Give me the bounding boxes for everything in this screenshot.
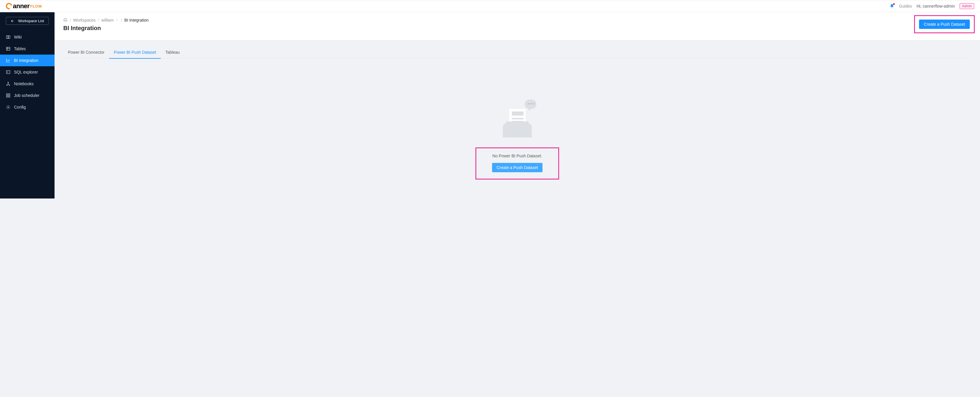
sidebar-item-notebooks[interactable]: Notebooks <box>0 78 54 89</box>
logo-icon <box>5 2 13 11</box>
top-header: annerFlow Guides Hi, cannerflow-admin Ad… <box>0 0 980 12</box>
logo[interactable]: annerFlow <box>6 2 42 10</box>
sidebar-item-config[interactable]: Config <box>0 101 54 113</box>
sidebar-item-bi-integration[interactable]: BI Integration <box>0 54 54 66</box>
sidebar-item-wiki[interactable]: Wiki <box>0 31 54 43</box>
sidebar-item-sql-explorer[interactable]: SQL explorer <box>0 66 54 78</box>
svg-rect-7 <box>6 96 8 97</box>
tab-powerbi-push-dataset[interactable]: Power BI Push Dataset <box>109 46 161 59</box>
chart-line-icon <box>6 58 11 63</box>
arrow-left-icon <box>11 19 14 23</box>
guides-link[interactable]: Guides <box>899 4 912 8</box>
sidebar-item-label: Wiki <box>14 35 22 40</box>
create-push-dataset-button[interactable]: Create a Push Dataset <box>919 19 970 29</box>
sidebar-item-label: Config <box>14 105 25 110</box>
sidebar-item-tables[interactable]: Tables <box>0 43 54 54</box>
grid-icon <box>6 93 11 98</box>
page-title: BI Integration <box>63 25 149 32</box>
logo-text: anner <box>13 2 29 10</box>
sidebar-item-label: SQL explorer <box>14 70 38 75</box>
home-icon[interactable] <box>63 18 67 22</box>
admin-badge: Admin <box>959 3 974 9</box>
tab-powerbi-connector[interactable]: Power BI Connector <box>63 46 109 59</box>
breadcrumb-project[interactable]: william <box>102 18 119 22</box>
sidebar-item-label: BI Integration <box>14 58 38 63</box>
empty-illustration <box>497 100 538 140</box>
gear-icon <box>6 105 11 110</box>
sidebar-item-label: Tables <box>14 46 25 51</box>
terminal-icon <box>6 70 11 75</box>
network-icon <box>6 81 11 86</box>
highlight-annotation-empty: No Power BI Push Dataset. Create a Push … <box>476 147 559 180</box>
notification-dot <box>893 3 895 5</box>
breadcrumb: / Workspaces / william / BI Integration <box>63 18 149 22</box>
breadcrumb-separator: / <box>98 18 99 22</box>
highlight-annotation-header: Create a Push Dataset <box>914 15 975 33</box>
tabs: Power BI Connector Power BI Push Dataset… <box>63 46 971 59</box>
tab-tableau[interactable]: Tableau <box>161 46 185 59</box>
empty-state: No Power BI Push Dataset. Create a Push … <box>63 59 971 180</box>
svg-point-3 <box>7 85 8 86</box>
user-greeting: Hi, cannerflow-admin <box>916 4 955 8</box>
table-icon <box>6 46 11 51</box>
breadcrumb-separator: / <box>121 18 122 22</box>
sidebar-item-job-scheduler[interactable]: Job scheduler <box>0 89 54 101</box>
logo-flow-text: Flow <box>30 4 42 8</box>
svg-point-4 <box>9 85 10 86</box>
book-icon <box>6 35 11 40</box>
breadcrumb-current: BI Integration <box>124 18 148 22</box>
svg-point-2 <box>8 82 9 83</box>
breadcrumb-separator: / <box>70 18 71 22</box>
workspace-list-button[interactable]: Workspace List <box>6 17 49 25</box>
sidebar-item-label: Notebooks <box>14 81 33 86</box>
svg-rect-5 <box>6 94 8 95</box>
page-header: / Workspaces / william / BI Integration … <box>54 12 980 41</box>
main-content: / Workspaces / william / BI Integration … <box>54 12 980 199</box>
sidebar-item-label: Job scheduler <box>14 93 40 98</box>
svg-rect-6 <box>8 94 10 95</box>
create-push-dataset-button-empty[interactable]: Create a Push Dataset <box>492 163 543 172</box>
empty-message: No Power BI Push Dataset. <box>492 153 542 158</box>
sidebar: Workspace List Wiki Tables BI Integratio… <box>0 12 54 199</box>
svg-rect-0 <box>6 47 10 51</box>
chevron-down-icon <box>116 19 118 22</box>
breadcrumb-workspaces[interactable]: Workspaces <box>73 18 95 22</box>
content-area: Power BI Connector Power BI Push Dataset… <box>54 41 980 185</box>
header-right: Guides Hi, cannerflow-admin Admin <box>889 3 974 9</box>
workspace-list-label: Workspace List <box>18 19 44 23</box>
notifications-button[interactable] <box>889 4 894 8</box>
svg-point-9 <box>8 107 9 108</box>
svg-rect-8 <box>8 96 10 97</box>
